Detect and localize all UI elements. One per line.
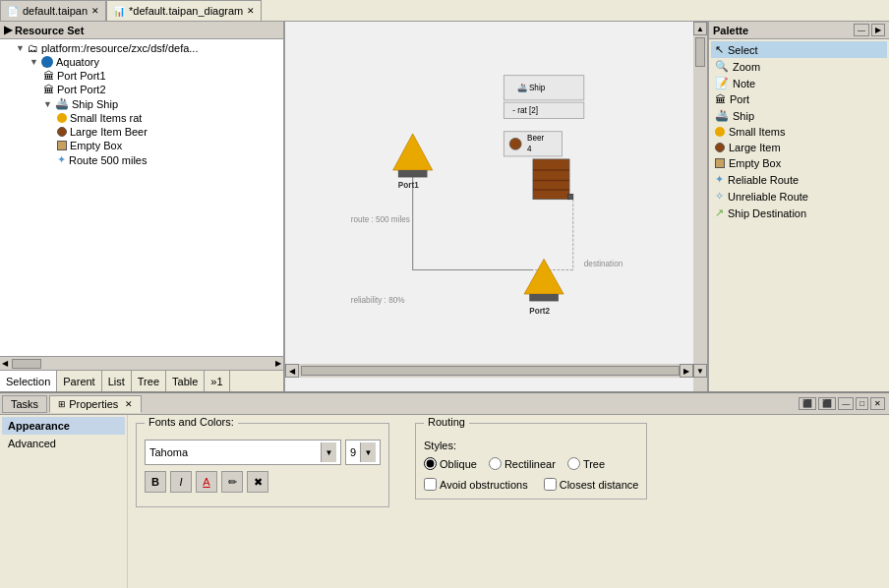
palette-item-label: Ship	[733, 110, 754, 122]
palette-item-label: Reliable Route	[728, 174, 799, 186]
palette-item-select[interactable]: ↖ Select	[711, 41, 887, 58]
properties-close-btn[interactable]: ✕	[125, 399, 133, 409]
scroll-up-btn[interactable]: ▲	[693, 22, 707, 35]
tree-radio[interactable]	[567, 457, 580, 470]
palette-item-port[interactable]: 🏛 Port	[711, 91, 887, 107]
tab-diagram[interactable]: 📊 *default.taipan_diagram ✕	[106, 0, 262, 21]
svg-text:4: 4	[527, 145, 532, 153]
bottom-main-content: Fonts and Colors: Tahoma ▼ 9 ▼ B I	[128, 415, 889, 588]
pencil-btn[interactable]: ✏	[221, 471, 243, 493]
tree-tab-selection[interactable]: Selection	[0, 371, 57, 391]
eraser-btn[interactable]: ✖	[247, 471, 268, 493]
palette-item-small-items[interactable]: Small Items	[711, 124, 887, 140]
tree-item-label: Port Port2	[57, 84, 106, 95]
closest-checkbox[interactable]	[544, 478, 557, 491]
tab-close-btn[interactable]: ✕	[91, 6, 99, 16]
oblique-radio-label[interactable]: Oblique	[424, 457, 477, 470]
avoid-checkbox-label[interactable]: Avoid obstructions	[424, 478, 528, 491]
list-item[interactable]: Empty Box	[2, 139, 281, 152]
tree-tab-parent[interactable]: Parent	[57, 371, 101, 391]
palette-item-zoom[interactable]: 🔍 Zoom	[711, 58, 887, 75]
rectilinear-radio-label[interactable]: Rectilinear	[489, 457, 556, 470]
expand-icon: ▼	[30, 57, 38, 67]
list-item[interactable]: 🏛 Port Port2	[2, 83, 281, 96]
closest-checkbox-label[interactable]: Closest distance	[544, 478, 639, 491]
port-icon-pal: 🏛	[715, 93, 726, 105]
list-item[interactable]: ✦ Route 500 miles	[2, 152, 281, 167]
tree-item-label: Route 500 miles	[69, 154, 148, 166]
diagram-vscrollbar[interactable]: ▲ ▼	[693, 22, 707, 391]
tree-radio-label[interactable]: Tree	[567, 457, 605, 470]
tab-tasks[interactable]: Tasks	[2, 395, 47, 413]
palette-item-ship-destination[interactable]: ↗ Ship Destination	[711, 205, 887, 221]
avoid-checkbox[interactable]	[424, 478, 437, 491]
prop-btn5[interactable]: ✕	[870, 397, 885, 410]
prop-btn4[interactable]: □	[856, 397, 868, 410]
oblique-label: Oblique	[440, 458, 477, 470]
list-item[interactable]: Small Items rat	[2, 111, 281, 125]
scroll-left-btn2[interactable]: ◀	[285, 364, 299, 378]
sidebar-item-appearance[interactable]: Appearance	[2, 417, 125, 435]
bold-btn[interactable]: B	[145, 471, 166, 493]
tree-content[interactable]: ▼ 🗂 platform:/resource/zxc/dsf/defa... ▼…	[0, 39, 283, 356]
tasks-label: Tasks	[11, 398, 38, 410]
palette-item-label: Select	[728, 44, 758, 56]
sidebar-item-advanced[interactable]: Advanced	[2, 435, 125, 452]
scroll-left-btn[interactable]: ◀	[0, 359, 10, 368]
note-icon: 📝	[715, 77, 729, 89]
tree-tab-list[interactable]: List	[102, 371, 132, 391]
palette-item-reliable-route[interactable]: ✦ Reliable Route	[711, 171, 887, 188]
palette-item-empty-box[interactable]: Empty Box	[711, 155, 887, 171]
palette-item-large-item[interactable]: Large Item	[711, 140, 887, 155]
large-item-icon	[57, 127, 67, 137]
diagram-hscrollbar[interactable]: ◀ ▶	[285, 364, 693, 378]
empty-box-icon	[57, 141, 67, 150]
hscroll-thumb[interactable]	[301, 366, 680, 376]
palette-item-label: Large Item	[729, 142, 781, 153]
scroll-right-btn[interactable]: ▶	[273, 359, 283, 368]
font-color-btn[interactable]: A	[196, 471, 217, 493]
tab-close-diagram[interactable]: ✕	[247, 6, 255, 16]
prop-btn2[interactable]: ⬛	[818, 397, 836, 410]
tab-properties[interactable]: ⊞ Properties ✕	[49, 395, 142, 413]
svg-text:Port1: Port1	[398, 181, 419, 190]
font-select-arrow[interactable]: ▼	[321, 442, 336, 462]
palette-item-note[interactable]: 📝 Note	[711, 75, 887, 91]
scroll-right-btn2[interactable]: ▶	[680, 364, 693, 378]
oblique-radio[interactable]	[424, 457, 437, 470]
prop-btn3[interactable]: —	[838, 397, 854, 410]
palette-item-ship[interactable]: 🚢 Ship	[711, 107, 887, 124]
scroll-thumb[interactable]	[12, 359, 41, 369]
font-size-select[interactable]: 9 ▼	[345, 440, 381, 465]
properties-icon: ⊞	[58, 399, 66, 409]
prop-btn1[interactable]: ⬛	[799, 397, 816, 410]
large-item-icon-pal	[715, 143, 725, 152]
font-family-select[interactable]: Tahoma ▼	[145, 440, 341, 465]
tree-item-label: Ship Ship	[72, 98, 118, 110]
rectilinear-radio[interactable]	[489, 457, 502, 470]
tab-default-taipan[interactable]: 📄 default.taipan ✕	[0, 0, 106, 21]
font-size-arrow[interactable]: ▼	[360, 442, 376, 462]
list-item[interactable]: 🏛 Port Port1	[2, 69, 281, 83]
vscroll-thumb[interactable]	[695, 37, 705, 67]
styles-label: Styles:	[424, 440, 456, 451]
tree-tab-table[interactable]: Table	[166, 371, 205, 391]
tree-tab-tree[interactable]: Tree	[132, 371, 166, 391]
tree-tab-more[interactable]: »1	[205, 371, 229, 391]
italic-btn[interactable]: I	[170, 471, 192, 493]
palette-expand-btn[interactable]: ▶	[871, 24, 885, 36]
route-icon: ✦	[57, 153, 66, 166]
diagram-panel[interactable]: 🚢 Ship - rat [2] Beer 4 route : 500 mile…	[285, 22, 707, 391]
palette-header: Palette — ▶	[709, 22, 889, 39]
palette-pin-btn[interactable]: —	[854, 24, 869, 36]
tree-hscrollbar[interactable]: ◀ ▶	[0, 356, 283, 370]
svg-text:🚢 Ship: 🚢 Ship	[517, 83, 546, 93]
list-item[interactable]: ▼ 🗂 platform:/resource/zxc/dsf/defa...	[2, 41, 281, 55]
palette-panel: Palette — ▶ ↖ Select 🔍 Zoom 📝 Note	[707, 22, 889, 391]
scroll-down-btn[interactable]: ▼	[693, 364, 707, 378]
fonts-colors-group: Fonts and Colors: Tahoma ▼ 9 ▼ B I	[136, 423, 389, 507]
palette-item-unreliable-route[interactable]: ✧ Unreliable Route	[711, 188, 887, 205]
list-item[interactable]: Large Item Beer	[2, 125, 281, 139]
list-item[interactable]: ▼ 🚢 Ship Ship	[2, 96, 281, 111]
list-item[interactable]: ▼ Aquatory	[2, 55, 281, 69]
